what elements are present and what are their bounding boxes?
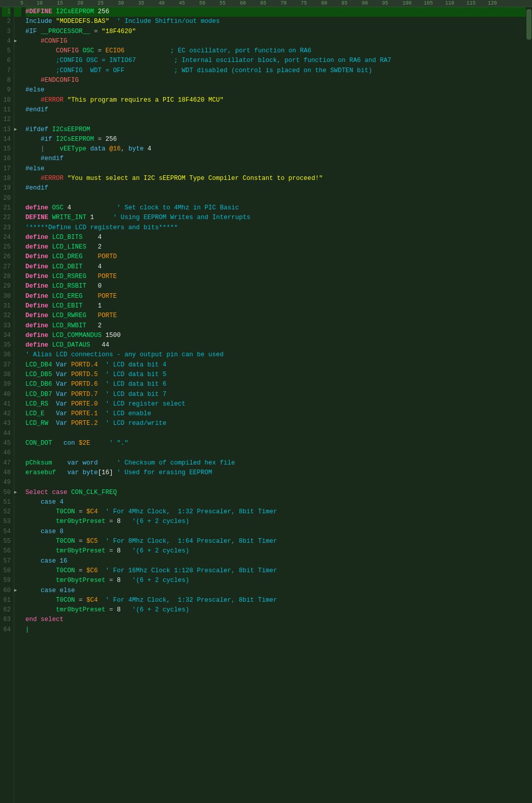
line-num-7: 7 <box>2 66 11 76</box>
code-line-9: #else <box>25 85 526 95</box>
fold-icon-58 <box>14 566 21 576</box>
line-num-51: 51 <box>2 498 11 507</box>
fold-icon-18 <box>14 174 21 183</box>
fold-icon-41 <box>14 399 21 409</box>
line-num-34: 34 <box>2 331 11 341</box>
fold-icon-44 <box>14 429 21 439</box>
fold-icon-60[interactable]: ▶ <box>14 586 21 596</box>
line-num-25: 25 <box>2 242 11 252</box>
fold-icon-49 <box>14 478 21 487</box>
fold-icon-21 <box>14 203 21 213</box>
fold-icon-37 <box>14 360 21 370</box>
code-text-61: T0CON = $C4 ' For 4Mhz Clock, 1:32 Presc… <box>25 596 526 605</box>
line-num-20: 20 <box>2 194 11 203</box>
line-num-63: 63 <box>2 615 11 625</box>
code-text-29: Define LCD_RSBIT 0 <box>25 282 526 291</box>
line-num-13: 13 <box>2 125 11 135</box>
line-num-35: 35 <box>2 341 11 350</box>
line-num-42: 42 <box>2 409 11 419</box>
code-text-48: erasebuf var byte[16] ' Used for erasing… <box>25 468 526 478</box>
fold-icon-17 <box>14 164 21 174</box>
code-text-36: ' Alias LCD connections - any output pin… <box>25 350 526 360</box>
fold-icon-57 <box>14 557 21 566</box>
code-line-20 <box>25 194 526 203</box>
code-line-44 <box>25 429 526 439</box>
line-num-44: 44 <box>2 429 11 439</box>
code-text-53: tmr0bytPreset = 8 '(6 + 2 cycles) <box>25 517 526 527</box>
code-area[interactable]: #DEFINE I2CsEEPROM 256Include "MODEDEFS.… <box>21 7 526 803</box>
fold-icon-22 <box>14 213 21 223</box>
fold-icon-28 <box>14 272 21 282</box>
line-num-47: 47 <box>2 458 11 468</box>
code-text-18: #ERROR "You must select an I2C sEEPROM T… <box>25 174 526 183</box>
line-num-27: 27 <box>2 262 11 272</box>
line-num-26: 26 <box>2 252 11 262</box>
code-text-54: case 8 <box>25 527 526 537</box>
fold-icon-52 <box>14 507 21 517</box>
line-num-41: 41 <box>2 399 11 409</box>
fold-icon-34 <box>14 331 21 341</box>
code-text-6: ;CONFIG OSC = INTIO67 ; Internal oscilla… <box>25 56 526 66</box>
line-num-6: 6 <box>2 56 11 66</box>
code-line-18: #ERROR "You must select an I2C sEEPROM T… <box>25 174 526 183</box>
line-num-31: 31 <box>2 301 11 311</box>
code-line-45: CON_DOT con $2E ' "." <box>25 439 526 448</box>
line-num-24: 24 <box>2 233 11 242</box>
fold-icon-16 <box>14 154 21 164</box>
line-num-46: 46 <box>2 448 11 458</box>
line-num-62: 62 <box>2 605 11 615</box>
code-text-52: T0CON = $C4 ' For 4Mhz Clock, 1:32 Presc… <box>25 507 526 517</box>
line-num-64: 64 <box>2 625 11 635</box>
code-text-31: Define LCD_EBIT 1 <box>25 301 526 311</box>
line-num-39: 39 <box>2 380 11 389</box>
code-text-13: #ifdef I2CsEEPROM <box>25 125 526 135</box>
fold-icon-50[interactable]: ▶ <box>14 488 21 498</box>
fold-icon-43 <box>14 419 21 428</box>
line-num-12: 12 <box>2 115 11 125</box>
code-text-22: DEFINE WRITE_INT 1 ' Using EEPROM Writes… <box>25 213 526 223</box>
line-num-58: 58 <box>2 566 11 576</box>
code-line-36: ' Alias LCD connections - any output pin… <box>25 350 526 360</box>
fold-icon-42 <box>14 409 21 419</box>
code-text-19: #endif <box>25 183 526 193</box>
editor-body: 1234567891011121314151617181920212223242… <box>0 7 532 803</box>
line-num-14: 14 <box>2 135 11 144</box>
code-line-14: #if I2CsEEPROM = 256 <box>25 135 526 144</box>
fold-icon-39 <box>14 380 21 389</box>
code-line-59: tmr0bytPreset = 8 '(6 + 2 cycles) <box>25 576 526 585</box>
code-text-62: tmr0bytPreset = 8 '(6 + 2 cycles) <box>25 605 526 615</box>
line-num-17: 17 <box>2 164 11 174</box>
code-line-2: Include "MODEDEFS.BAS" ' Include Shiftin… <box>25 17 526 26</box>
fold-icon-24 <box>14 233 21 242</box>
code-line-31: Define LCD_EBIT 1 <box>25 301 526 311</box>
code-line-15: | vEEType data @16, byte 4 <box>25 144 526 154</box>
line-num-30: 30 <box>2 292 11 301</box>
code-text-47: pChksum var word ' Checksum of compiled … <box>25 458 526 468</box>
fold-icon-47 <box>14 458 21 468</box>
ruler: 5101520253035404550556065707580859095100… <box>0 0 532 7</box>
code-line-11: #endif <box>25 105 526 115</box>
code-line-38: LCD_DB5 Var PORTD.5 ' LCD data bit 5 <box>25 370 526 380</box>
fold-icon-40 <box>14 390 21 399</box>
line-num-29: 29 <box>2 282 11 291</box>
fold-icon-6 <box>14 56 21 66</box>
code-text-26: Define LCD_DREG PORTD <box>25 252 526 262</box>
code-text-50: Select case CON_CLK_FREQ <box>25 488 526 498</box>
code-line-8: #ENDCONFIG <box>25 76 526 85</box>
code-line-6: ;CONFIG OSC = INTIO67 ; Internal oscilla… <box>25 56 526 66</box>
code-text-38: LCD_DB5 Var PORTD.5 ' LCD data bit 5 <box>25 370 526 380</box>
code-text-9: #else <box>25 85 526 95</box>
code-line-26: Define LCD_DREG PORTD <box>25 252 526 262</box>
code-text-35: define LCD_DATAUS 44 <box>25 341 526 350</box>
code-text-34: define LCD_COMMANDUS 1500 <box>25 331 526 341</box>
scrollbar-thumb[interactable] <box>526 9 531 40</box>
code-text-17: #else <box>25 164 526 174</box>
line-num-18: 18 <box>2 174 11 183</box>
fold-icon-13[interactable]: ▶ <box>14 125 21 135</box>
line-num-49: 49 <box>2 478 11 487</box>
fold-icon-4[interactable]: ▶ <box>14 37 21 46</box>
line-num-16: 16 <box>2 154 11 164</box>
fold-icon-55 <box>14 537 21 546</box>
scrollbar-vertical[interactable] <box>526 7 532 803</box>
fold-gutter: ▶▶▶▶ <box>14 7 21 803</box>
